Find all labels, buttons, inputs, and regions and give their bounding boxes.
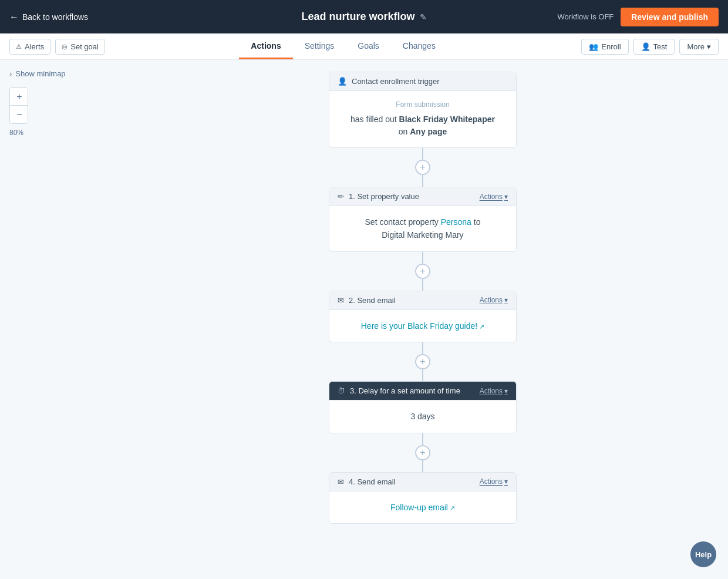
chevron-down-icon: ▾ [707, 42, 711, 51]
chevron-down-icon-3: ▾ [504, 387, 508, 395]
connector-line-2b [422, 279, 423, 291]
action-step-2: 2. Send email [349, 296, 396, 305]
back-arrow-icon: ← [9, 12, 19, 22]
action-card-1[interactable]: ✏ 1. Set property value Actions ▾ Set co… [329, 187, 517, 252]
workflow-title: Lead nurture workflow [301, 11, 414, 23]
action-body-4: Follow-up email ↗ [329, 492, 516, 523]
zoom-in-button[interactable]: + [10, 88, 28, 106]
trigger-bold-2: Any page [410, 127, 447, 136]
publish-button[interactable]: Review and publish [621, 8, 719, 26]
enroll-button[interactable]: 👥 Enroll [581, 39, 628, 55]
edit-icon-1: ✏ [338, 192, 344, 201]
test-label: Test [653, 42, 668, 51]
action-body-text-1: Set contact property [365, 217, 441, 227]
connector-line-3 [422, 342, 423, 354]
connector-1: + [415, 148, 430, 187]
nav-left: ⚠ Alerts ◎ Set goal [9, 39, 105, 55]
action-body-1: Set contact property Persona to Digital … [329, 206, 516, 251]
workflow-flow: 👤 Contact enrollment trigger Form submis… [329, 72, 517, 524]
action-header-4: ✉ 4. Send email Actions ▾ [329, 473, 516, 492]
action-card-4[interactable]: ✉ 4. Send email Actions ▾ Follow-up emai… [329, 472, 517, 524]
persona-link[interactable]: Persona [441, 217, 471, 227]
show-minimap[interactable]: › Show minimap [9, 69, 108, 78]
action-header-left-3: ⏱ 3. Delay for a set amount of time [338, 386, 460, 395]
alerts-button[interactable]: ⚠ Alerts [9, 39, 50, 55]
action-step-3: 3. Delay for a set amount of time [350, 386, 460, 395]
zoom-out-button[interactable]: − [10, 106, 28, 123]
connector-line-4 [422, 433, 423, 445]
actions-dropdown-2[interactable]: Actions ▾ [480, 296, 508, 304]
tab-actions[interactable]: Actions [239, 34, 292, 59]
canvas-center: 👤 Contact enrollment trigger Form submis… [117, 60, 728, 579]
edit-title-icon[interactable]: ✎ [420, 12, 427, 22]
zoom-controls: + − [9, 87, 28, 124]
more-button[interactable]: More ▾ [679, 39, 719, 55]
tab-goals[interactable]: Goals [346, 34, 391, 59]
trigger-text: has filled out Black Friday Whitepaper o… [338, 113, 508, 138]
canvas-left: › Show minimap + − 80% [0, 60, 117, 579]
goal-icon: ◎ [62, 43, 68, 51]
back-to-workflows[interactable]: ← Back to workflows [9, 12, 88, 22]
actions-dropdown-1[interactable]: Actions ▾ [480, 193, 508, 201]
action-card-3[interactable]: ⏱ 3. Delay for a set amount of time Acti… [329, 381, 517, 433]
chevron-down-icon-4: ▾ [504, 477, 508, 486]
actions-label-4: Actions [480, 477, 503, 486]
add-step-1[interactable]: + [415, 160, 430, 175]
set-goal-label: Set goal [70, 42, 99, 51]
connector-line-1 [422, 148, 423, 160]
action-body-line2-1: Digital Marketing Mary [382, 230, 463, 240]
canvas: › Show minimap + − 80% 👤 Contact enrollm… [0, 60, 728, 579]
email-link-1[interactable]: Here is your Black Friday guide! [361, 321, 477, 331]
top-bar-right: Workflow is OFF Review and publish [557, 8, 719, 26]
actions-dropdown-4[interactable]: Actions ▾ [480, 477, 508, 486]
secondary-nav: ⚠ Alerts ◎ Set goal Actions Settings Goa… [0, 33, 728, 60]
email-link-2[interactable]: Follow-up email [390, 503, 448, 512]
trigger-text-2: on [399, 127, 410, 136]
trigger-card[interactable]: 👤 Contact enrollment trigger Form submis… [329, 72, 517, 148]
alerts-label: Alerts [25, 42, 44, 51]
enroll-label: Enroll [601, 42, 621, 51]
minimap-label: Show minimap [15, 69, 65, 78]
chevron-right-icon: › [9, 69, 12, 78]
action-body-3: 3 days [329, 400, 516, 432]
action-step-1: 1. Set property value [349, 192, 419, 201]
connector-line-3b [422, 369, 423, 381]
delay-text: 3 days [410, 412, 434, 421]
zoom-level: 80% [9, 129, 108, 137]
connector-line-4b [422, 460, 423, 472]
nav-right: 👥 Enroll 👤 Test More ▾ [581, 39, 719, 55]
add-step-3[interactable]: + [415, 354, 430, 369]
back-label: Back to workflows [22, 12, 88, 22]
action-header-2: ✉ 2. Send email Actions ▾ [329, 291, 516, 310]
connector-line-1b [422, 175, 423, 187]
actions-label-3: Actions [480, 387, 503, 395]
trigger-header: 👤 Contact enrollment trigger [329, 72, 516, 91]
top-bar: ← Back to workflows Lead nurture workflo… [0, 0, 728, 33]
person-icon: 👤 [338, 77, 347, 86]
test-button[interactable]: 👤 Test [633, 39, 675, 55]
set-goal-button[interactable]: ◎ Set goal [55, 39, 105, 55]
add-step-4[interactable]: + [415, 445, 430, 460]
test-icon: 👤 [641, 42, 651, 51]
connector-line-2 [422, 252, 423, 264]
action-header-left-1: ✏ 1. Set property value [338, 192, 419, 201]
workflow-title-area: Lead nurture workflow ✎ [301, 11, 426, 23]
enroll-icon: 👥 [589, 42, 598, 51]
add-step-2[interactable]: + [415, 264, 430, 279]
tab-settings[interactable]: Settings [293, 34, 346, 59]
action-body-text-2: to [471, 217, 481, 227]
trigger-bold: Black Friday Whitepaper [399, 115, 495, 124]
email-icon-2: ✉ [338, 296, 344, 305]
actions-label-1: Actions [480, 193, 503, 201]
alert-icon: ⚠ [16, 43, 22, 51]
action-header-3: ⏱ 3. Delay for a set amount of time Acti… [329, 382, 516, 400]
action-card-2[interactable]: ✉ 2. Send email Actions ▾ Here is your B… [329, 291, 517, 342]
help-button[interactable]: Help [690, 541, 716, 567]
chevron-down-icon-2: ▾ [504, 296, 508, 304]
action-header-1: ✏ 1. Set property value Actions ▾ [329, 187, 516, 206]
actions-dropdown-3[interactable]: Actions ▾ [480, 387, 508, 395]
connector-3: + [415, 342, 430, 381]
trigger-header-label: Contact enrollment trigger [352, 77, 440, 86]
tab-changes[interactable]: Changes [391, 34, 447, 59]
workflow-status: Workflow is OFF [557, 12, 614, 21]
